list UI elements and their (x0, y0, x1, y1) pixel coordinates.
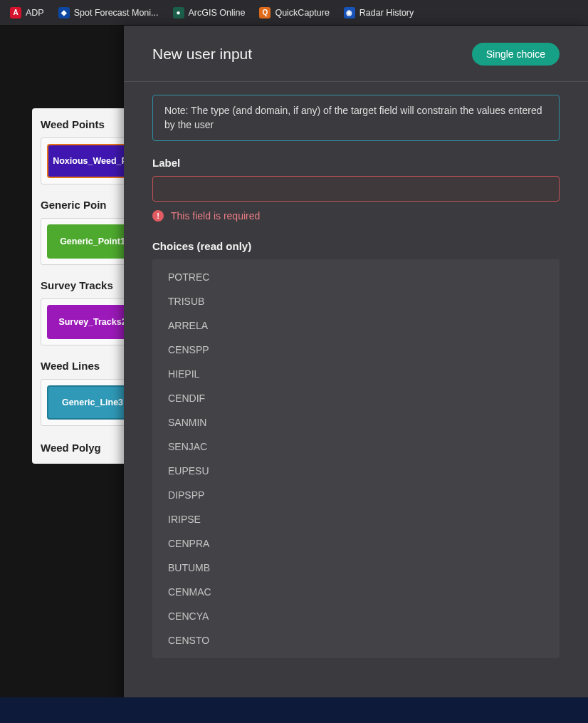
choice-item: TRISUB (152, 289, 560, 313)
bookmark-item[interactable]: AADP (4, 4, 50, 21)
validation-error: ! This field is required (152, 210, 560, 222)
bookmark-label: QuickCapture (275, 8, 329, 18)
bookmark-label: Spot Forecast Moni... (74, 8, 159, 18)
choice-item: SENJAC (152, 435, 560, 459)
choice-item: CENDIF (152, 386, 560, 410)
choice-item: POTREC (152, 265, 560, 289)
bookmark-icon: ◉ (344, 7, 355, 19)
choice-item: ARRELA (152, 313, 560, 338)
choice-item: IRIPSE (152, 507, 560, 531)
choice-item: CENPRA (152, 531, 560, 556)
footer-bar (0, 697, 588, 723)
choice-item: CENMAC (152, 580, 560, 604)
label-heading: Label (152, 157, 560, 169)
bookmarks-bar: AADP◆Spot Forecast Moni...●ArcGIS Online… (0, 0, 588, 26)
choice-item: DIPSPP (152, 483, 560, 507)
single-choice-chip[interactable]: Single choice (472, 43, 560, 66)
alert-icon: ! (152, 210, 164, 222)
error-text: This field is required (171, 210, 260, 222)
label-input[interactable] (152, 176, 560, 202)
bookmark-icon: Q (259, 7, 271, 19)
bookmark-item[interactable]: ◉Radar History (338, 4, 419, 21)
choice-item: HIEPIL (152, 362, 560, 386)
bookmark-label: ADP (26, 8, 44, 18)
choice-item: CENCYA (152, 604, 560, 628)
panel-body: Note: The type (and domain, if any) of t… (124, 82, 588, 723)
choice-item: BUTUMB (152, 556, 560, 580)
info-notice: Note: The type (and domain, if any) of t… (152, 95, 560, 141)
panel-title: New user input (152, 46, 252, 63)
user-input-panel: New user input Single choice Note: The t… (124, 26, 588, 723)
choice-item: EUPESU (152, 459, 560, 483)
bookmark-label: ArcGIS Online (189, 8, 246, 18)
choices-list: POTRECTRISUBARRELACENSPPHIEPILCENDIFSANM… (152, 259, 560, 658)
choice-item: CENSPP (152, 338, 560, 362)
bookmark-icon: ◆ (58, 7, 70, 19)
bookmark-icon: A (10, 7, 21, 19)
bookmark-icon: ● (173, 7, 184, 19)
choices-heading: Choices (read only) (152, 240, 560, 252)
bookmark-label: Radar History (359, 8, 414, 18)
bookmark-item[interactable]: ◆Spot Forecast Moni... (53, 4, 164, 21)
bookmark-item[interactable]: QQuickCapture (253, 4, 335, 21)
content-area: Weed PointsNoxious_Weed_P0Generic PoinGe… (0, 26, 588, 723)
choice-item: CENSTO (152, 628, 560, 652)
panel-header: New user input Single choice (124, 26, 588, 82)
choice-item: SANMIN (152, 410, 560, 435)
bookmark-item[interactable]: ●ArcGIS Online (167, 4, 251, 21)
